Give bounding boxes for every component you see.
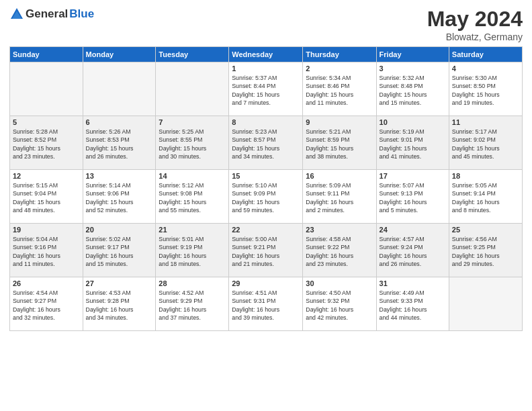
calendar-cell: 14Sunrise: 5:12 AM Sunset: 9:08 PM Dayli… <box>156 170 229 224</box>
day-info: Sunrise: 5:12 AM Sunset: 9:08 PM Dayligh… <box>159 181 226 214</box>
logo: General Blue <box>9 7 94 21</box>
day-info: Sunrise: 5:34 AM Sunset: 8:46 PM Dayligh… <box>306 74 373 107</box>
day-info: Sunrise: 5:04 AM Sunset: 9:16 PM Dayligh… <box>13 235 80 268</box>
day-number: 18 <box>452 172 519 180</box>
day-number: 9 <box>306 118 373 126</box>
calendar-cell: 25Sunrise: 4:56 AM Sunset: 9:25 PM Dayli… <box>449 224 522 277</box>
day-info: Sunrise: 5:14 AM Sunset: 9:06 PM Dayligh… <box>86 181 153 214</box>
day-info: Sunrise: 5:25 AM Sunset: 8:55 PM Dayligh… <box>159 128 226 161</box>
page-container: General Blue May 2024 Blowatz, Germany S… <box>0 0 532 338</box>
day-number: 6 <box>86 118 153 126</box>
calendar-week-row: 5Sunrise: 5:28 AM Sunset: 8:52 PM Daylig… <box>10 116 523 170</box>
calendar-cell: 8Sunrise: 5:23 AM Sunset: 8:57 PM Daylig… <box>229 116 303 170</box>
day-info: Sunrise: 4:54 AM Sunset: 9:27 PM Dayligh… <box>13 289 80 322</box>
calendar-cell: 28Sunrise: 4:52 AM Sunset: 9:29 PM Dayli… <box>156 277 229 331</box>
day-info: Sunrise: 5:01 AM Sunset: 9:19 PM Dayligh… <box>159 235 226 268</box>
day-number: 11 <box>452 118 519 126</box>
day-info: Sunrise: 5:32 AM Sunset: 8:48 PM Dayligh… <box>380 74 446 107</box>
calendar-cell: 31Sunrise: 4:49 AM Sunset: 9:33 PM Dayli… <box>376 277 449 331</box>
day-info: Sunrise: 5:02 AM Sunset: 9:17 PM Dayligh… <box>86 235 153 268</box>
calendar-cell: 19Sunrise: 5:04 AM Sunset: 9:16 PM Dayli… <box>10 224 83 277</box>
day-number: 29 <box>232 279 300 287</box>
day-info: Sunrise: 4:50 AM Sunset: 9:32 PM Dayligh… <box>306 289 373 322</box>
day-number: 30 <box>306 279 373 287</box>
day-number: 25 <box>452 226 519 234</box>
day-info: Sunrise: 5:09 AM Sunset: 9:11 PM Dayligh… <box>306 181 373 214</box>
day-number: 3 <box>380 64 446 73</box>
title-month: May 2024 <box>427 7 523 32</box>
calendar-cell: 3Sunrise: 5:32 AM Sunset: 8:48 PM Daylig… <box>376 62 449 116</box>
day-number: 12 <box>13 172 80 180</box>
logo-general: General <box>26 7 68 21</box>
calendar-cell: 30Sunrise: 4:50 AM Sunset: 9:32 PM Dayli… <box>303 277 376 331</box>
calendar-cell: 17Sunrise: 5:07 AM Sunset: 9:13 PM Dayli… <box>376 170 449 224</box>
day-info: Sunrise: 5:37 AM Sunset: 8:44 PM Dayligh… <box>232 74 300 107</box>
header-wednesday: Wednesday <box>229 47 303 62</box>
day-info: Sunrise: 4:49 AM Sunset: 9:33 PM Dayligh… <box>380 289 446 322</box>
calendar-cell <box>449 277 522 331</box>
day-number: 17 <box>380 172 446 180</box>
calendar-cell: 16Sunrise: 5:09 AM Sunset: 9:11 PM Dayli… <box>303 170 376 224</box>
day-number: 1 <box>232 64 300 73</box>
day-info: Sunrise: 5:00 AM Sunset: 9:21 PM Dayligh… <box>232 235 300 268</box>
day-number: 13 <box>86 172 153 180</box>
calendar-cell: 23Sunrise: 4:58 AM Sunset: 9:22 PM Dayli… <box>303 224 376 277</box>
day-number: 21 <box>159 226 226 234</box>
calendar-cell: 9Sunrise: 5:21 AM Sunset: 8:59 PM Daylig… <box>303 116 376 170</box>
day-number: 24 <box>380 226 446 234</box>
calendar-cell: 7Sunrise: 5:25 AM Sunset: 8:55 PM Daylig… <box>156 116 229 170</box>
calendar-cell: 2Sunrise: 5:34 AM Sunset: 8:46 PM Daylig… <box>303 62 376 116</box>
day-number: 31 <box>380 279 446 287</box>
calendar-cell: 24Sunrise: 4:57 AM Sunset: 9:24 PM Dayli… <box>376 224 449 277</box>
calendar-week-row: 1Sunrise: 5:37 AM Sunset: 8:44 PM Daylig… <box>10 62 523 116</box>
title-location: Blowatz, Germany <box>427 32 523 42</box>
calendar-cell: 26Sunrise: 4:54 AM Sunset: 9:27 PM Dayli… <box>10 277 83 331</box>
calendar-cell: 5Sunrise: 5:28 AM Sunset: 8:52 PM Daylig… <box>10 116 83 170</box>
day-number: 10 <box>380 118 446 126</box>
day-number: 5 <box>13 118 80 126</box>
day-number: 14 <box>159 172 226 180</box>
calendar-cell: 22Sunrise: 5:00 AM Sunset: 9:21 PM Dayli… <box>229 224 303 277</box>
day-info: Sunrise: 5:17 AM Sunset: 9:02 PM Dayligh… <box>452 128 519 161</box>
calendar-cell: 1Sunrise: 5:37 AM Sunset: 8:44 PM Daylig… <box>229 62 303 116</box>
calendar-cell: 13Sunrise: 5:14 AM Sunset: 9:06 PM Dayli… <box>83 170 156 224</box>
calendar-cell <box>83 62 156 116</box>
header-monday: Monday <box>83 47 156 62</box>
calendar-cell: 6Sunrise: 5:26 AM Sunset: 8:53 PM Daylig… <box>83 116 156 170</box>
day-number: 22 <box>232 226 300 234</box>
calendar-cell: 4Sunrise: 5:30 AM Sunset: 8:50 PM Daylig… <box>449 62 522 116</box>
day-info: Sunrise: 5:26 AM Sunset: 8:53 PM Dayligh… <box>86 128 153 161</box>
day-number: 4 <box>452 64 519 73</box>
day-info: Sunrise: 4:56 AM Sunset: 9:25 PM Dayligh… <box>452 235 519 268</box>
logo-icon <box>9 7 24 21</box>
day-info: Sunrise: 5:23 AM Sunset: 8:57 PM Dayligh… <box>232 128 300 161</box>
calendar-week-row: 12Sunrise: 5:15 AM Sunset: 9:04 PM Dayli… <box>10 170 523 224</box>
calendar-cell: 27Sunrise: 4:53 AM Sunset: 9:28 PM Dayli… <box>83 277 156 331</box>
calendar-week-row: 26Sunrise: 4:54 AM Sunset: 9:27 PM Dayli… <box>10 277 523 331</box>
calendar-cell: 21Sunrise: 5:01 AM Sunset: 9:19 PM Dayli… <box>156 224 229 277</box>
calendar-cell: 10Sunrise: 5:19 AM Sunset: 9:01 PM Dayli… <box>376 116 449 170</box>
day-number: 15 <box>232 172 300 180</box>
day-info: Sunrise: 4:51 AM Sunset: 9:31 PM Dayligh… <box>232 289 300 322</box>
calendar-cell: 20Sunrise: 5:02 AM Sunset: 9:17 PM Dayli… <box>83 224 156 277</box>
title-area: May 2024 Blowatz, Germany <box>427 7 523 42</box>
calendar-cell: 12Sunrise: 5:15 AM Sunset: 9:04 PM Dayli… <box>10 170 83 224</box>
header-friday: Friday <box>376 47 449 62</box>
logo-blue: Blue <box>69 7 94 21</box>
day-info: Sunrise: 5:10 AM Sunset: 9:09 PM Dayligh… <box>232 181 300 214</box>
calendar-cell <box>10 62 83 116</box>
day-number: 28 <box>159 279 226 287</box>
day-info: Sunrise: 5:19 AM Sunset: 9:01 PM Dayligh… <box>380 128 446 161</box>
day-number: 2 <box>306 64 373 73</box>
day-number: 26 <box>13 279 80 287</box>
day-info: Sunrise: 5:28 AM Sunset: 8:52 PM Dayligh… <box>13 128 80 161</box>
header-tuesday: Tuesday <box>156 47 229 62</box>
calendar-cell <box>156 62 229 116</box>
day-info: Sunrise: 4:53 AM Sunset: 9:28 PM Dayligh… <box>86 289 153 322</box>
calendar-table: Sunday Monday Tuesday Wednesday Thursday… <box>9 46 523 331</box>
day-number: 19 <box>13 226 80 234</box>
day-info: Sunrise: 5:30 AM Sunset: 8:50 PM Dayligh… <box>452 74 519 107</box>
calendar-cell: 11Sunrise: 5:17 AM Sunset: 9:02 PM Dayli… <box>449 116 522 170</box>
calendar-cell: 18Sunrise: 5:05 AM Sunset: 9:14 PM Dayli… <box>449 170 522 224</box>
calendar-week-row: 19Sunrise: 5:04 AM Sunset: 9:16 PM Dayli… <box>10 224 523 277</box>
